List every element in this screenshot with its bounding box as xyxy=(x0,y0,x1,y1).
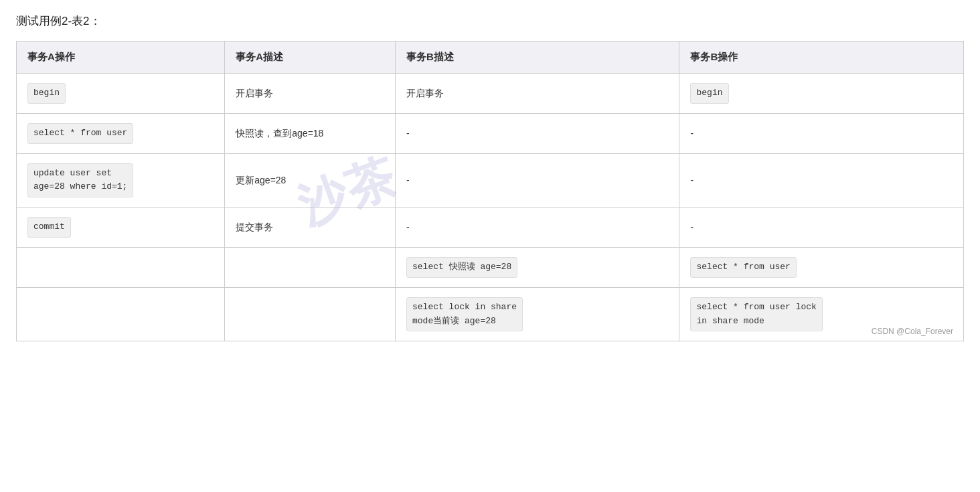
cell-0-col_b_desc: 开启事务 xyxy=(395,74,679,114)
cell-2-col_a_desc: 更新age=28 xyxy=(225,153,396,208)
cell-0-col_a_op: begin xyxy=(17,74,225,114)
page-wrapper: 测试用例2-表2： 沙茶 事务A操作 事务A描述 事务B描述 事务B操作 beg… xyxy=(16,13,964,341)
main-table: 事务A操作 事务A描述 事务B描述 事务B操作 begin开启事务开启事务beg… xyxy=(16,41,964,341)
table-row: begin开启事务开启事务begin xyxy=(17,74,964,114)
cell-5-col_a_op xyxy=(17,287,225,341)
cell-3-col_b_op: - xyxy=(679,208,964,248)
cell-4-col_a_desc xyxy=(225,247,396,287)
code-snippet: update user set age=28 where id=1; xyxy=(27,163,133,198)
cell-1-col_a_op: select * from user xyxy=(17,113,225,153)
cell-5-col_b_desc: select lock in share mode当前读 age=28 xyxy=(395,287,679,341)
cell-2-col_b_op: - xyxy=(679,153,964,208)
cell-1-col_a_desc: 快照读，查到age=18 xyxy=(225,113,396,153)
cell-2-col_a_op: update user set age=28 where id=1; xyxy=(17,153,225,208)
code-snippet: select 快照读 age=28 xyxy=(406,257,517,278)
cell-3-col_b_desc: - xyxy=(395,208,679,248)
code-snippet: commit xyxy=(27,217,71,238)
header-b-desc: 事务B描述 xyxy=(395,42,679,74)
table-row: select lock in share mode当前读 age=28selec… xyxy=(17,287,964,341)
cell-4-col_a_op xyxy=(17,247,225,287)
cell-3-col_a_desc: 提交事务 xyxy=(225,208,396,248)
table-row: select * from user快照读，查到age=18-- xyxy=(17,113,964,153)
cell-2-col_b_desc: - xyxy=(395,153,679,208)
table-header-row: 事务A操作 事务A描述 事务B描述 事务B操作 xyxy=(17,42,964,74)
cell-0-col_a_desc: 开启事务 xyxy=(225,74,396,114)
csdn-credit: CSDN @Cola_Forever xyxy=(872,327,953,336)
header-a-desc: 事务A描述 xyxy=(225,42,396,74)
header-a-op: 事务A操作 xyxy=(17,42,225,74)
code-snippet: select * from user xyxy=(27,123,133,144)
code-snippet: select * from user lock in share mode xyxy=(690,297,822,332)
cell-1-col_b_desc: - xyxy=(395,113,679,153)
table-row: commit提交事务-- xyxy=(17,208,964,248)
cell-4-col_b_op: select * from user xyxy=(679,247,964,287)
table-wrapper: 沙茶 事务A操作 事务A描述 事务B描述 事务B操作 begin开启事务开启事务… xyxy=(16,41,964,341)
page-title: 测试用例2-表2： xyxy=(16,13,964,29)
cell-0-col_b_op: begin xyxy=(679,74,964,114)
code-snippet: begin xyxy=(690,83,728,104)
cell-1-col_b_op: - xyxy=(679,113,964,153)
code-snippet: begin xyxy=(27,83,66,104)
cell-5-col_a_desc xyxy=(225,287,396,341)
cell-3-col_a_op: commit xyxy=(17,208,225,248)
header-b-op: 事务B操作 xyxy=(679,42,964,74)
cell-4-col_b_desc: select 快照读 age=28 xyxy=(395,247,679,287)
table-row: update user set age=28 where id=1;更新age=… xyxy=(17,153,964,208)
table-row: select 快照读 age=28select * from user xyxy=(17,247,964,287)
code-snippet: select * from user xyxy=(690,257,796,278)
code-snippet: select lock in share mode当前读 age=28 xyxy=(406,297,523,332)
